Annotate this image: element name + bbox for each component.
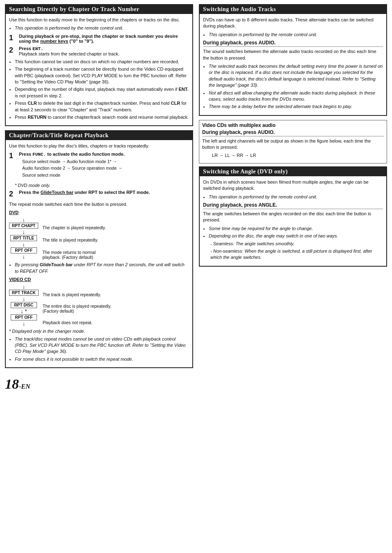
vcd-multiplex-sub-text: The left and right channels will be outp… bbox=[202, 138, 384, 151]
dvd-box-title: RPT TITLE bbox=[10, 235, 37, 241]
repeat-mode-note: The repeat mode switches each time the b… bbox=[9, 201, 189, 207]
repeat-step1: 1 Press FUNC. to activate the audio func… bbox=[9, 152, 189, 180]
repeat-step2: 2 Press the GlideTouch bar under RPT to … bbox=[9, 190, 189, 199]
angle-bullet1: This operation is performed by the remot… bbox=[209, 194, 383, 200]
vcd-desc-off: Playback does not repeat. bbox=[43, 319, 111, 325]
vcd-asterisk: * Displayed only in the changer mode. bbox=[9, 328, 189, 334]
repeat-step1-content: Press FUNC. to activate the audio functi… bbox=[19, 152, 189, 180]
repeat-asterisk1: * DVD mode only. bbox=[15, 182, 189, 189]
searching-step1: 1 During playback or pre-stop, input the… bbox=[9, 34, 189, 44]
step2-num: 2 bbox=[9, 46, 18, 55]
dvd-desc-chapt: The chapter is played repeatedly. bbox=[42, 224, 106, 230]
vcd-arrow2: ↓ * bbox=[21, 309, 27, 314]
repeat-step1-flow: Source select mode → Audio function mode… bbox=[22, 158, 189, 179]
section-vcd-multiplex: Video CDs with multiplex audio During pl… bbox=[199, 120, 387, 164]
vcd-desc-disc: The entire disc is played repeatedly.(Fa… bbox=[43, 303, 111, 313]
vcd-multiplex-flow: LR → LL → RR → LR bbox=[212, 152, 384, 159]
step2-content: Press ENT. Playback starts from the sele… bbox=[19, 46, 189, 56]
dvd-arrow3: ↓ bbox=[22, 254, 25, 259]
searching-step2: 2 Press ENT. Playback starts from the se… bbox=[9, 46, 189, 56]
vcd-desc-track: The track is played repeatedly. bbox=[43, 291, 111, 297]
dvd-arrow1: ↓ bbox=[22, 229, 25, 235]
vcd-box-off: RPT OFF bbox=[11, 314, 37, 320]
section-searching-intro: Use this function to easily move to the … bbox=[9, 17, 189, 23]
searching-note1: This function cannot be used on discs on… bbox=[15, 59, 189, 65]
dvd-arrow2: ↓ bbox=[22, 242, 25, 247]
searching-note5: Press RETURN to cancel the chapter/track… bbox=[15, 114, 189, 120]
dvd-box-chapt: RPT CHAPT bbox=[9, 223, 38, 229]
left-column: Searching Directly by Chapter Or Track N… bbox=[5, 4, 193, 372]
repeat-step2-num: 2 bbox=[9, 190, 18, 199]
searching-bullet1: This operation is performed by the remot… bbox=[15, 25, 189, 31]
dvd-box-off: RPT OFF bbox=[11, 247, 37, 253]
section-searching-title: Searching Directly by Chapter Or Track N… bbox=[6, 5, 192, 14]
vcd-box-track: RPT TRACK bbox=[9, 290, 39, 296]
audio-tracks-note1: The selected audio track becomes the def… bbox=[209, 63, 383, 89]
vcd-multiplex-sub-heading: During playback, press AUDIO. bbox=[202, 129, 384, 136]
angle-note4: - Non-seamless: When the angle is switch… bbox=[210, 248, 383, 261]
vcd-boxes: ↓ RPT TRACK ↓ RPT DISC ↓ * RPT OFF ↓ bbox=[9, 284, 39, 326]
angle-sub-text: The angle switches between the angles re… bbox=[203, 211, 383, 224]
vcd-descs: The track is played repeatedly. The enti… bbox=[43, 284, 111, 325]
repeat-step2-content: Press the GlideTouch bar under RPT to se… bbox=[19, 190, 189, 195]
vcd-arrow1: ↓ bbox=[23, 296, 25, 302]
page-number: 18-EN bbox=[5, 376, 387, 392]
dvd-desc-title: The title is played repeatedly. bbox=[42, 237, 106, 242]
vcd-diagram: ↓ RPT TRACK ↓ RPT DISC ↓ * RPT OFF ↓ The… bbox=[9, 284, 189, 326]
section-audio-tracks-title: Switching the Audio Tracks bbox=[200, 5, 386, 14]
angle-sub-heading: During playback, press ANGLE. bbox=[203, 202, 383, 209]
vcd-label: VIDEO CD bbox=[9, 277, 189, 282]
searching-note3: Depending on the number of digits input,… bbox=[15, 86, 189, 99]
audio-tracks-note3: There may be a delay before the selected… bbox=[209, 104, 383, 110]
angle-intro: On DVDs in which scenes have been filmed… bbox=[203, 179, 383, 192]
right-column: Switching the Audio Tracks DVDs can have… bbox=[199, 4, 387, 372]
section-repeat-intro: Use this function to play the disc's tit… bbox=[9, 143, 189, 149]
vcd-arrow0: ↓ bbox=[23, 284, 25, 289]
audio-tracks-intro: DVDs can have up to 8 different audio tr… bbox=[203, 17, 383, 30]
vcd-arrow3: ↓ bbox=[23, 321, 25, 326]
vcd-box-disc: RPT DISC bbox=[11, 302, 37, 308]
audio-tracks-bullet1: This operation is performed by the remot… bbox=[209, 32, 383, 38]
vcd-note2: For some discs it is not possible to swi… bbox=[15, 356, 189, 362]
step1-content: During playback or pre-stop, input the c… bbox=[19, 34, 189, 44]
section-audio-tracks: Switching the Audio Tracks DVDs can have… bbox=[199, 4, 387, 116]
audio-tracks-sub-heading: During playback, press AUDIO. bbox=[203, 40, 383, 47]
step2-sub: Playback starts from the selected chapte… bbox=[19, 51, 120, 56]
searching-note4: Press CLR to delete the last digit in th… bbox=[15, 100, 189, 113]
section-repeat: Chapter/Track/Title Repeat Playback Use … bbox=[5, 130, 193, 368]
dvd-desc-off: The mode returns to normalplayback. (Fac… bbox=[42, 249, 106, 260]
step1-num: 1 bbox=[9, 34, 18, 43]
angle-note1: Some time may be required for the angle … bbox=[209, 226, 383, 232]
dvd-arrow0: ↓ bbox=[22, 217, 25, 222]
vcd-multiplex-title: Video CDs with multiplex audio bbox=[202, 122, 384, 128]
section-angle-title: Switching the Angle (DVD only) bbox=[200, 167, 386, 176]
audio-tracks-note2: Not all discs will allow changing the al… bbox=[209, 90, 383, 103]
section-angle: Switching the Angle (DVD only) On DVDs i… bbox=[199, 166, 387, 267]
dvd-descs: The chapter is played repeatedly. The ti… bbox=[42, 217, 106, 260]
dvd-boxes: ↓ RPT CHAPT ↓ RPT TITLE ↓ RPT OFF ↓ bbox=[9, 217, 38, 259]
page-suffix: -EN bbox=[19, 383, 30, 390]
dvd-diagram: ↓ RPT CHAPT ↓ RPT TITLE ↓ RPT OFF ↓ The … bbox=[9, 217, 189, 260]
searching-notes: This function cannot be used on discs on… bbox=[15, 59, 189, 121]
dvd-label: DVD bbox=[9, 210, 189, 215]
audio-tracks-sub-text: The sound switches between the alternate… bbox=[203, 48, 383, 61]
repeat-step1-num: 1 bbox=[9, 152, 18, 161]
vcd-note1: The track/disc repeat modes cannot be us… bbox=[15, 336, 189, 355]
section-searching: Searching Directly by Chapter Or Track N… bbox=[5, 4, 193, 126]
section-repeat-title: Chapter/Track/Title Repeat Playback bbox=[6, 131, 192, 140]
angle-note2: Depending on the disc, the angle may swi… bbox=[209, 233, 383, 239]
searching-note2: The beginning of a track number cannot b… bbox=[15, 66, 189, 85]
dvd-bullet: By pressing GlideTouch bar under RPT for… bbox=[15, 262, 189, 274]
angle-note3: - Seamless: The angle switches smoothly. bbox=[210, 241, 383, 247]
